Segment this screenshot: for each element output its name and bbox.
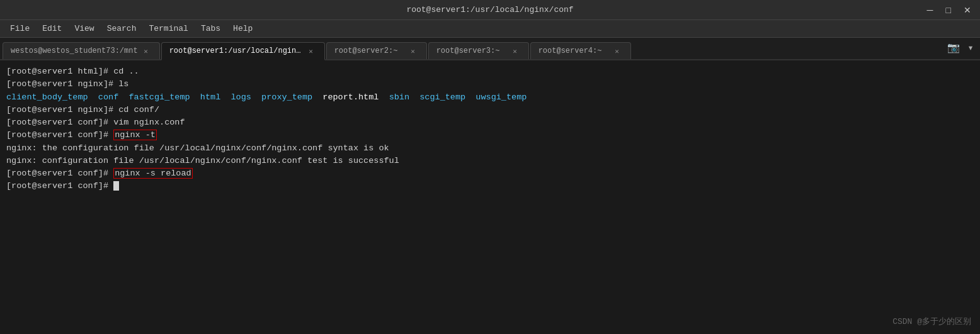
tab-3-label: root@server2:~	[334, 47, 405, 55]
tab-5-label: root@server4:~	[538, 47, 609, 55]
menu-search[interactable]: Search	[102, 23, 142, 35]
close-button[interactable]: ✕	[960, 4, 975, 16]
tab-bar-actions: 📷 ▾	[945, 40, 976, 55]
tab-bar: westos@westos_student73:/mnt ✕ root@serv…	[0, 38, 980, 60]
tab-5-close[interactable]: ✕	[613, 47, 622, 55]
nginx-t-highlight: nginx -t	[113, 130, 157, 140]
menu-view[interactable]: View	[69, 23, 99, 35]
tab-4-label: root@server3:~	[436, 47, 507, 55]
tab-4[interactable]: root@server3:~ ✕	[428, 42, 529, 59]
menu-file[interactable]: File	[5, 23, 35, 35]
tab-2-label: root@server1:/usr/local/nginx/co...	[169, 47, 303, 55]
tab-1-close[interactable]: ✕	[142, 47, 151, 55]
tab-4-close[interactable]: ✕	[511, 47, 520, 55]
tab-2[interactable]: root@server1:/usr/local/nginx/co... ✕	[161, 42, 325, 60]
menu-tabs[interactable]: Tabs	[196, 23, 225, 35]
tab-2-close[interactable]: ✕	[307, 47, 316, 55]
terminal-line-6: [root@server1 conf]# nginx -t	[6, 129, 974, 142]
window-controls: ─ □ ✕	[923, 4, 975, 16]
terminal-line-5: [root@server1 conf]# vim nginx.conf	[6, 116, 974, 129]
title-bar: root@server1:/usr/local/nginx/conf ─ □ ✕	[0, 0, 980, 20]
tab-3-close[interactable]: ✕	[409, 47, 418, 55]
tab-dropdown-icon[interactable]: ▾	[965, 40, 976, 55]
terminal-line-9: [root@server1 conf]# nginx -s reload	[6, 167, 974, 180]
terminal-line-2: [root@server1 nginx]# ls	[6, 78, 974, 91]
tab-camera-icon[interactable]: 📷	[945, 40, 962, 55]
tab-3[interactable]: root@server2:~ ✕	[326, 42, 427, 59]
minimize-button[interactable]: ─	[923, 4, 937, 16]
tab-1[interactable]: westos@westos_student73:/mnt ✕	[3, 42, 160, 59]
terminal-cursor	[113, 181, 119, 191]
nginx-reload-highlight: nginx -s reload	[113, 168, 193, 179]
watermark: CSDN @多于少的区别	[892, 316, 971, 328]
maximize-button[interactable]: □	[942, 4, 955, 16]
menu-terminal[interactable]: Terminal	[144, 23, 193, 35]
terminal-line-4: [root@server1 nginx]# cd conf/	[6, 104, 974, 116]
menu-edit[interactable]: Edit	[37, 23, 67, 35]
terminal-line-7: nginx: the configuration file /usr/local…	[6, 142, 974, 155]
tab-1-label: westos@westos_student73:/mnt	[11, 47, 138, 55]
menu-help[interactable]: Help	[228, 23, 258, 35]
terminal-line-1: [root@server1 html]# cd ..	[6, 65, 974, 78]
tab-5[interactable]: root@server4:~ ✕	[530, 42, 631, 59]
window-title: root@server1:/usr/local/nginx/conf	[406, 5, 573, 14]
terminal-line-10: [root@server1 conf]#	[6, 180, 974, 192]
terminal-line-3: client_body_temp conf fastcgi_temp html …	[6, 91, 974, 104]
terminal-content[interactable]: [root@server1 html]# cd .. [root@server1…	[0, 60, 980, 334]
terminal-line-8: nginx: configuration file /usr/local/ngi…	[6, 155, 974, 167]
menu-bar: File Edit View Search Terminal Tabs Help	[0, 20, 980, 38]
